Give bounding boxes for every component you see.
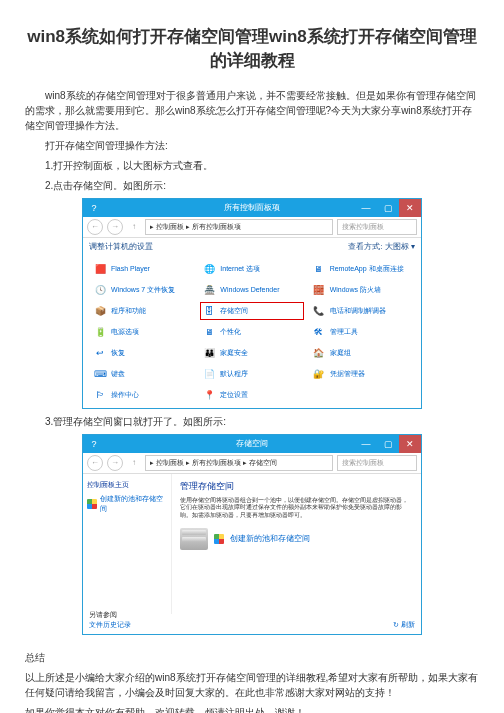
cp-item-label: 键盘 — [111, 369, 125, 379]
cp-icon: 📞 — [312, 304, 326, 318]
cp-icon: 🗄 — [202, 304, 216, 318]
cp-item-3[interactable]: 🕓Windows 7 文件恢复 — [91, 281, 194, 299]
page-title: win8系统如何打开存储空间管理win8系统打开存储空间管理的详细教程 — [25, 25, 479, 73]
cp-item-label: 管理工具 — [330, 327, 358, 337]
cp-item-15[interactable]: ⌨键盘 — [91, 365, 194, 383]
cp-icon: 🏳 — [93, 388, 107, 402]
cp-icon: 🖥 — [312, 262, 326, 276]
help-icon[interactable]: ? — [85, 199, 103, 217]
cp-item-label: 恢复 — [111, 348, 125, 358]
window-title: 所有控制面板项 — [224, 202, 280, 213]
cp-item-5[interactable]: 🧱Windows 防火墙 — [310, 281, 413, 299]
minimize-button[interactable]: — — [355, 199, 377, 217]
forward-button[interactable]: → — [107, 219, 123, 235]
cp-icon: ↩ — [93, 346, 107, 360]
cp-item-2[interactable]: 🖥RemoteApp 和桌面连接 — [310, 260, 413, 278]
cp-heading: 调整计算机的设置 — [89, 241, 153, 252]
cp-icon: 🧱 — [312, 283, 326, 297]
cp-item-7[interactable]: 🗄存储空间 — [200, 302, 303, 320]
maximize-button[interactable]: ▢ — [377, 435, 399, 453]
cp-item-14[interactable]: 🏠家庭组 — [310, 344, 413, 362]
cp-item-1[interactable]: 🌐Internet 选项 — [200, 260, 303, 278]
window-title: 存储空间 — [236, 438, 268, 449]
cp-item-label: 个性化 — [220, 327, 241, 337]
view-mode-dropdown[interactable]: 查看方式: 大图标 ▾ — [348, 241, 415, 252]
cp-item-13[interactable]: 👪家庭安全 — [200, 344, 303, 362]
cp-item-label: 存储空间 — [220, 306, 248, 316]
cp-item-6[interactable]: 📦程序和功能 — [91, 302, 194, 320]
cp-item-label: 默认程序 — [220, 369, 248, 379]
cp-item-18[interactable]: 🏳操作中心 — [91, 386, 194, 404]
shield-icon — [87, 499, 97, 509]
sidebar-heading: 控制面板主页 — [87, 480, 167, 490]
refresh-link[interactable]: ↻ 刷新 — [393, 620, 415, 630]
cp-icon: 🟥 — [93, 262, 107, 276]
seealso-heading: 另请参阅 — [89, 610, 131, 620]
cp-icon: 🕓 — [93, 283, 107, 297]
cp-item-17[interactable]: 🔐凭据管理器 — [310, 365, 413, 383]
shield-icon — [214, 534, 224, 544]
cp-item-12[interactable]: ↩恢复 — [91, 344, 194, 362]
summary-heading: 总结 — [25, 650, 479, 665]
cp-item-19[interactable]: 📍定位设置 — [200, 386, 303, 404]
sidebar-create-link[interactable]: 创建新的池和存储空间 — [87, 494, 167, 514]
toolbar: ← → ↑ ▸ 控制面板 ▸ 所有控制面板项 ▸ 存储空间 搜索控制面板 — [83, 453, 421, 474]
cp-item-8[interactable]: 📞电话和调制解调器 — [310, 302, 413, 320]
screenshot-control-panel: ? 所有控制面板项 — ▢ ✕ ← → ↑ ▸ 控制面板 ▸ 所有控制面板项 搜… — [82, 198, 422, 409]
back-button[interactable]: ← — [87, 455, 103, 471]
main-heading: 管理存储空间 — [180, 480, 413, 493]
cp-icon: 🔋 — [93, 325, 107, 339]
intro-paragraph: win8系统的存储空间管理对于很多普通用户来说，并不需要经常接触。但是如果你有管… — [25, 88, 479, 133]
cp-icon: 🏯 — [202, 283, 216, 297]
cp-icon: ⌨ — [93, 367, 107, 381]
cp-item-11[interactable]: 🛠管理工具 — [310, 323, 413, 341]
cp-icon: 👪 — [202, 346, 216, 360]
step-3: 3.管理存储空间窗口就打开了。如图所示: — [45, 414, 479, 429]
step-1: 1.打开控制面板，以大图标方式查看。 — [45, 158, 479, 173]
cp-icon: 📦 — [93, 304, 107, 318]
cp-icon: 🏠 — [312, 346, 326, 360]
summary-paragraph-2: 如果你觉得本文对你有帮助，欢迎转载，烦请注明出处，谢谢！ — [25, 705, 479, 713]
steps-heading: 打开存储空间管理操作方法: — [45, 138, 479, 153]
help-icon[interactable]: ? — [85, 435, 103, 453]
cp-item-16[interactable]: 📄默认程序 — [200, 365, 303, 383]
search-input[interactable]: 搜索控制面板 — [337, 219, 417, 235]
cp-item-label: Windows 7 文件恢复 — [111, 285, 175, 295]
minimize-button[interactable]: — — [355, 435, 377, 453]
cp-icon: 🛠 — [312, 325, 326, 339]
up-button[interactable]: ↑ — [127, 220, 141, 234]
cp-item-label: 家庭组 — [330, 348, 351, 358]
toolbar: ← → ↑ ▸ 控制面板 ▸ 所有控制面板项 搜索控制面板 — [83, 217, 421, 238]
maximize-button[interactable]: ▢ — [377, 199, 399, 217]
cp-item-4[interactable]: 🏯Windows Defender — [200, 281, 303, 299]
cp-item-label: 家庭安全 — [220, 348, 248, 358]
step-2: 2.点击存储空间。如图所示: — [45, 178, 479, 193]
cp-item-10[interactable]: 🖥个性化 — [200, 323, 303, 341]
breadcrumb[interactable]: ▸ 控制面板 ▸ 所有控制面板项 ▸ 存储空间 — [145, 455, 333, 471]
cp-item-label: 操作中心 — [111, 390, 139, 400]
forward-button[interactable]: → — [107, 455, 123, 471]
description-text: 使用存储空间将驱动器组合到一个池中，以便创建存储空间。存储空间是虚拟驱动器，它们… — [180, 497, 413, 520]
cp-icon: 📄 — [202, 367, 216, 381]
cp-icon: 🌐 — [202, 262, 216, 276]
breadcrumb[interactable]: ▸ 控制面板 ▸ 所有控制面板项 — [145, 219, 333, 235]
cp-item-label: 电话和调制解调器 — [330, 306, 386, 316]
cp-item-label: 定位设置 — [220, 390, 248, 400]
screenshot-storage-spaces: ? 存储空间 — ▢ ✕ ← → ↑ ▸ 控制面板 ▸ 所有控制面板项 ▸ 存储… — [82, 434, 422, 635]
close-button[interactable]: ✕ — [399, 435, 421, 453]
cp-icon: 🔐 — [312, 367, 326, 381]
back-button[interactable]: ← — [87, 219, 103, 235]
window-titlebar: ? 所有控制面板项 — ▢ ✕ — [83, 199, 421, 217]
cp-item-label: Flash Player — [111, 265, 150, 272]
cp-item-0[interactable]: 🟥Flash Player — [91, 260, 194, 278]
cp-item-label: RemoteApp 和桌面连接 — [330, 264, 404, 274]
cp-item-label: Windows 防火墙 — [330, 285, 381, 295]
up-button[interactable]: ↑ — [127, 456, 141, 470]
create-pool-link[interactable]: 创建新的池和存储空间 — [180, 528, 413, 550]
seealso-link[interactable]: 文件历史记录 — [89, 620, 131, 630]
cp-item-label: 程序和功能 — [111, 306, 146, 316]
cp-item-label: 凭据管理器 — [330, 369, 365, 379]
cp-item-9[interactable]: 🔋电源选项 — [91, 323, 194, 341]
close-button[interactable]: ✕ — [399, 199, 421, 217]
search-input[interactable]: 搜索控制面板 — [337, 455, 417, 471]
